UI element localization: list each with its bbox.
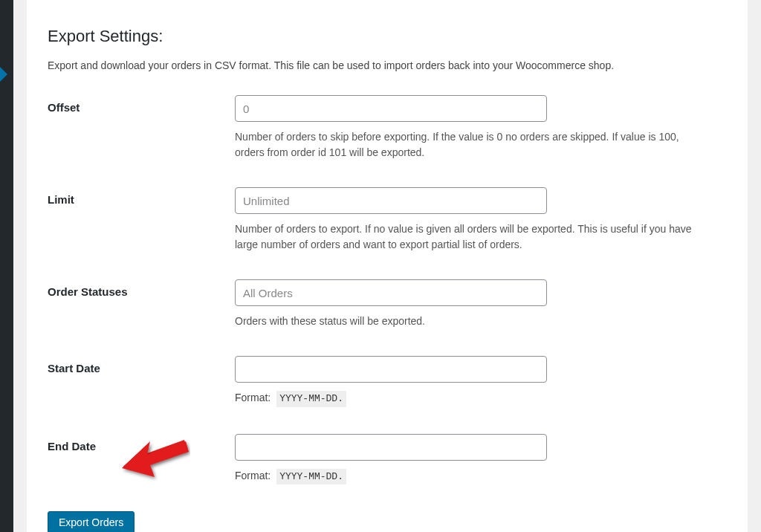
help-end-date: Format: YYYY-MM-DD. <box>235 468 710 485</box>
label-offset: Offset <box>48 95 235 114</box>
page-title: Export Settings: <box>48 27 727 46</box>
label-order-statuses: Order Statuses <box>48 279 235 298</box>
format-value-start: YYYY-MM-DD. <box>276 391 346 407</box>
label-end-date: End Date <box>48 434 235 452</box>
field-offset: Number of orders to skip before exportin… <box>235 95 725 160</box>
row-start-date: Start Date Format: YYYY-MM-DD. <box>48 356 727 407</box>
limit-input[interactable] <box>235 187 547 214</box>
help-order-statuses: Orders with these status will be exporte… <box>235 314 710 329</box>
start-date-input[interactable] <box>235 356 547 383</box>
field-limit: Number of orders to export. If no value … <box>235 187 725 253</box>
format-label-start: Format: <box>235 392 271 403</box>
label-limit: Limit <box>48 187 235 206</box>
help-limit: Number of orders to export. If no value … <box>235 221 710 253</box>
order-statuses-input[interactable] <box>235 279 547 306</box>
settings-panel: Export Settings: Export and download you… <box>27 0 748 532</box>
field-start-date: Format: YYYY-MM-DD. <box>235 356 725 407</box>
row-end-date: End Date Format: YYYY-MM-DD. <box>48 434 727 485</box>
field-end-date: Format: YYYY-MM-DD. <box>235 434 725 485</box>
button-row: Export Orders <box>48 511 727 532</box>
help-start-date: Format: YYYY-MM-DD. <box>235 390 710 407</box>
flyout-indicator-icon <box>0 67 7 82</box>
format-label-end: Format: <box>235 470 271 481</box>
row-limit: Limit Number of orders to export. If no … <box>48 187 727 253</box>
row-offset: Offset Number of orders to skip before e… <box>48 95 727 160</box>
end-date-input[interactable] <box>235 434 547 461</box>
page-description: Export and download your orders in CSV f… <box>48 59 727 71</box>
format-value-end: YYYY-MM-DD. <box>276 469 346 485</box>
offset-input[interactable] <box>235 95 547 122</box>
admin-sidebar <box>0 0 13 532</box>
field-order-statuses: Orders with these status will be exporte… <box>235 279 725 329</box>
label-start-date: Start Date <box>48 356 235 374</box>
export-orders-button[interactable]: Export Orders <box>48 511 135 532</box>
help-offset: Number of orders to skip before exportin… <box>235 129 710 160</box>
content-wrap: Export Settings: Export and download you… <box>13 0 761 532</box>
row-order-statuses: Order Statuses Orders with these status … <box>48 279 727 329</box>
